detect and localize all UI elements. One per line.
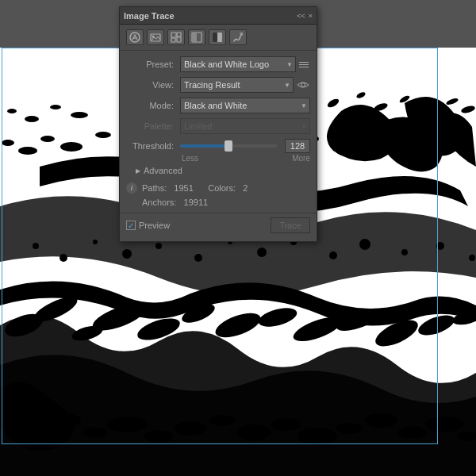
svg-point-33 — [60, 142, 83, 152]
advanced-label: Advanced — [144, 166, 182, 175]
mode-select[interactable]: Black and White Color Grayscale — [180, 98, 310, 113]
palette-select: Limited — [180, 118, 310, 134]
svg-point-55 — [257, 248, 267, 257]
svg-rect-78 — [192, 33, 197, 42]
panel-bottom: ✓ Preview Trace — [120, 213, 317, 238]
preset-select-wrapper: Black and White Logo High Fidelity Photo… — [180, 56, 296, 72]
grayscale-icon[interactable] — [188, 29, 205, 45]
svg-point-49 — [60, 254, 67, 262]
trace-button[interactable]: Trace — [271, 217, 310, 233]
panel-collapse-btn[interactable]: << — [297, 12, 305, 20]
palette-select-wrapper: Limited ▼ — [180, 118, 310, 134]
stats-text: Paths: 1951 Colors: 2 Anchors: 19911 — [142, 182, 248, 209]
anchors-value: 19911 — [184, 198, 209, 207]
svg-point-53 — [194, 254, 202, 262]
view-row: View: Tracing Result Outlines Source Ima… — [120, 75, 317, 95]
stats-row: i Paths: 1951 Colors: 2 Anchors: 19911 — [120, 178, 317, 213]
threshold-slider[interactable] — [180, 144, 277, 148]
colors-value: 2 — [243, 183, 248, 193]
view-select[interactable]: Tracing Result Outlines Source Image — [180, 77, 294, 93]
svg-point-31 — [18, 147, 37, 155]
svg-point-44 — [7, 109, 17, 113]
slider-more-label: More — [292, 154, 310, 163]
anchors-label: Anchors: — [142, 198, 176, 207]
preset-select[interactable]: Black and White Logo High Fidelity Photo… — [180, 56, 296, 72]
svg-point-52 — [155, 243, 162, 249]
svg-rect-73 — [171, 33, 176, 37]
view-label: View: — [126, 80, 174, 90]
auto-color-icon[interactable] — [126, 29, 144, 45]
panel-title-text: Image Trace — [124, 11, 175, 21]
preset-row: Preset: Black and White Logo High Fideli… — [120, 54, 317, 75]
svg-point-58 — [359, 239, 370, 250]
svg-point-47 — [71, 112, 88, 118]
palette-label: Palette: — [126, 121, 174, 131]
svg-point-45 — [25, 116, 39, 122]
panel-close-btn[interactable]: × — [309, 12, 313, 20]
svg-point-46 — [50, 105, 61, 109]
svg-point-32 — [40, 136, 55, 142]
svg-point-34 — [95, 132, 111, 138]
svg-point-30 — [2, 140, 14, 146]
panel-title: Image Trace — [124, 11, 175, 21]
svg-point-51 — [122, 249, 132, 259]
advanced-row[interactable]: ▶ Advanced — [120, 163, 317, 178]
advanced-triangle-icon: ▶ — [136, 167, 140, 175]
svg-rect-74 — [177, 33, 181, 36]
palette-row: Palette: Limited ▼ — [120, 116, 317, 136]
preview-label: Preview — [139, 221, 170, 230]
threshold-value-input[interactable] — [285, 139, 310, 153]
colors-label: Colors: — [208, 183, 236, 193]
view-eye-icon[interactable] — [296, 78, 310, 92]
panel-content: Preset: Black and White Logo High Fideli… — [120, 51, 317, 241]
svg-point-57 — [329, 251, 337, 259]
mode-row: Mode: Black and White Color Grayscale ▼ — [120, 95, 317, 116]
svg-rect-80 — [213, 33, 217, 42]
mode-select-wrapper: Black and White Color Grayscale ▼ — [180, 98, 310, 113]
svg-point-60 — [436, 242, 444, 250]
check-mark: ✓ — [128, 221, 134, 230]
panel-controls: << × — [297, 12, 313, 20]
low-color-icon[interactable] — [167, 29, 185, 45]
svg-point-48 — [33, 243, 39, 249]
slider-labels: Less More — [120, 154, 317, 163]
preset-list-icon[interactable] — [299, 59, 310, 70]
threshold-row: Threshold: — [120, 136, 317, 155]
panel-toolbar — [120, 25, 317, 51]
paths-value: 1951 — [174, 183, 193, 193]
paths-label: Paths: — [142, 183, 167, 193]
svg-point-59 — [401, 249, 408, 255]
image-trace-panel: Image Trace << × — [119, 6, 317, 242]
preview-checkbox-container[interactable]: ✓ Preview — [126, 221, 170, 230]
custom-icon[interactable] — [229, 29, 247, 45]
view-select-wrapper: Tracing Result Outlines Source Image ▼ — [180, 77, 294, 93]
svg-point-81 — [301, 83, 305, 87]
svg-rect-75 — [171, 38, 175, 42]
preset-label: Preset: — [126, 60, 174, 69]
mode-label: Mode: — [126, 101, 174, 110]
threshold-label: Threshold: — [126, 141, 174, 151]
svg-point-50 — [93, 240, 98, 244]
high-color-icon[interactable] — [147, 29, 164, 45]
slider-less-label: Less — [182, 154, 198, 163]
info-icon: i — [126, 182, 137, 194]
svg-rect-76 — [177, 37, 181, 42]
panel-titlebar: Image Trace << × — [120, 7, 317, 25]
svg-point-61 — [469, 255, 475, 261]
bw-icon[interactable] — [209, 29, 226, 45]
preview-checkbox[interactable]: ✓ — [126, 221, 136, 230]
